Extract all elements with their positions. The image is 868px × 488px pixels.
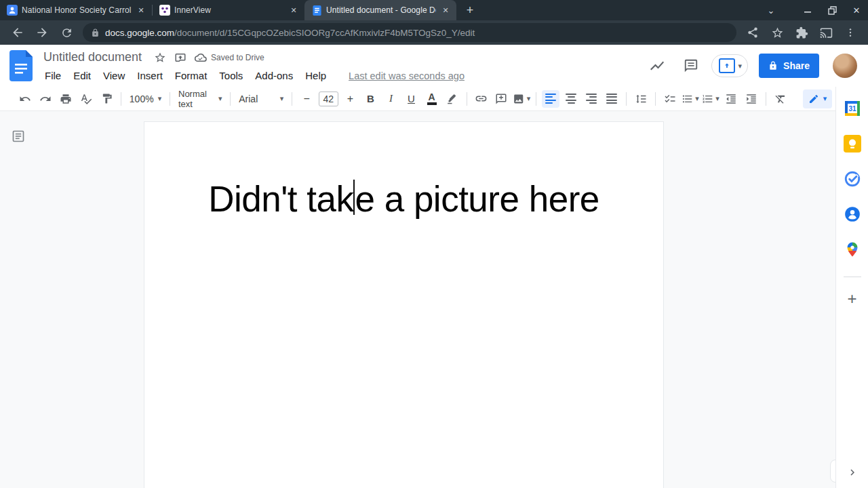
move-to-folder-icon[interactable] <box>174 52 186 64</box>
decrease-font-size-button[interactable]: − <box>298 90 315 108</box>
paragraph-style-select[interactable]: Normal text▾ <box>174 90 226 108</box>
italic-button[interactable]: I <box>382 90 400 108</box>
menu-edit[interactable]: Edit <box>67 68 97 83</box>
google-tasks-icon[interactable] <box>839 165 866 192</box>
cast-icon[interactable] <box>816 23 835 42</box>
present-to-meeting-button[interactable]: ▾ <box>711 54 749 77</box>
google-maps-icon[interactable] <box>839 236 866 263</box>
chevron-down-icon: ▾ <box>823 95 827 102</box>
browser-navbar: docs.google.com/document/d/15CGqpcOZebic… <box>0 20 868 45</box>
google-contacts-icon[interactable] <box>839 201 866 228</box>
close-window-icon[interactable]: ✕ <box>848 1 865 19</box>
tab-close-icon[interactable]: ✕ <box>136 5 146 16</box>
menu-file[interactable]: File <box>43 68 67 83</box>
print-icon[interactable] <box>57 90 75 108</box>
tab-innerview[interactable]: InnerView ✕ <box>153 0 304 20</box>
tab-title: InnerView <box>174 5 284 15</box>
tab-national-honor-society[interactable]: National Honor Society Carroll H ✕ <box>0 0 152 20</box>
back-icon[interactable] <box>8 23 27 42</box>
toolbar-separator <box>655 92 656 106</box>
google-keep-icon[interactable] <box>839 130 866 157</box>
toolbar-separator <box>626 92 627 106</box>
toolbar-separator <box>121 92 121 106</box>
saved-status-label: Saved to Drive <box>211 53 264 62</box>
paint-format-icon[interactable] <box>98 90 115 108</box>
tab-title: Untitled document - Google Docs <box>326 5 436 15</box>
tab-search-chevron-icon[interactable]: ⌄ <box>762 1 780 19</box>
present-caret-icon: ▾ <box>738 62 743 70</box>
increase-font-size-button[interactable]: + <box>342 90 359 108</box>
chevron-down-icon: ▾ <box>158 95 162 102</box>
tab-untitled-document-active[interactable]: Untitled document - Google Docs ✕ <box>304 0 456 20</box>
text-color-swatch <box>427 102 437 105</box>
user-avatar[interactable] <box>833 54 857 78</box>
forward-icon[interactable] <box>33 23 52 42</box>
menu-insert[interactable]: Insert <box>131 68 169 83</box>
clear-formatting-icon[interactable] <box>772 90 789 108</box>
google-docs-logo-icon[interactable] <box>9 50 34 81</box>
numbered-list-button[interactable]: ▾ <box>702 90 719 108</box>
star-document-icon[interactable] <box>154 52 166 64</box>
extensions-puzzle-icon[interactable] <box>792 23 811 42</box>
last-edit-link[interactable]: Last edit was seconds ago <box>349 70 465 81</box>
share-button[interactable]: Share <box>759 54 819 78</box>
align-left-button[interactable] <box>542 90 559 108</box>
highlight-color-icon[interactable] <box>443 90 461 108</box>
browser-menu-kebab-icon[interactable] <box>841 23 860 42</box>
pencil-icon <box>808 94 819 104</box>
bold-button[interactable]: B <box>362 90 380 108</box>
reload-icon[interactable] <box>57 23 76 42</box>
menu-view[interactable]: View <box>97 68 131 83</box>
document-activity-icon[interactable] <box>644 52 671 79</box>
bulleted-list-button[interactable]: ▾ <box>682 90 699 108</box>
redo-icon[interactable] <box>37 90 54 108</box>
font-size-input[interactable]: 42 <box>319 92 338 106</box>
toolbar-separator <box>292 92 292 106</box>
bookmark-star-icon[interactable] <box>768 23 787 42</box>
text-color-button[interactable]: A <box>423 90 441 108</box>
saved-to-drive-status[interactable]: Saved to Drive <box>195 52 264 64</box>
underline-button[interactable]: U <box>403 90 420 108</box>
toolbar-separator <box>170 92 170 106</box>
checklist-icon[interactable] <box>661 90 679 108</box>
menu-format[interactable]: Format <box>169 68 214 83</box>
chevron-down-icon: ▾ <box>715 95 719 102</box>
google-calendar-icon[interactable]: 31 <box>839 95 866 122</box>
zoom-select[interactable]: 100%▾ <box>125 90 165 108</box>
font-family-select[interactable]: Arial▾ <box>235 90 288 108</box>
browser-tab-strip: National Honor Society Carroll H ✕ Inner… <box>0 0 868 20</box>
editing-mode-button[interactable]: ▾ <box>803 89 833 108</box>
insert-image-button[interactable]: ▾ <box>513 90 530 108</box>
tab-close-icon[interactable]: ✕ <box>440 5 451 16</box>
line-spacing-icon[interactable] <box>632 90 650 108</box>
document-page[interactable]: Didn't take a picture here <box>144 121 664 488</box>
doc-text-after-cursor: e a picture here <box>355 179 599 219</box>
spellcheck-icon[interactable] <box>77 90 95 108</box>
align-center-button[interactable] <box>562 90 580 108</box>
menu-help[interactable]: Help <box>299 68 332 83</box>
menu-tools[interactable]: Tools <box>213 68 249 83</box>
url-address-bar[interactable]: docs.google.com/document/d/15CGqpcOZebic… <box>83 23 736 42</box>
restore-window-icon[interactable] <box>823 1 841 19</box>
add-comment-icon[interactable] <box>492 90 510 108</box>
document-title[interactable]: Untitled document <box>43 50 142 64</box>
lock-icon[interactable] <box>91 28 100 37</box>
menu-addons[interactable]: Add-ons <box>249 68 299 83</box>
insert-link-icon[interactable] <box>472 90 490 108</box>
show-document-outline-icon[interactable] <box>11 129 26 144</box>
undo-icon[interactable] <box>16 90 34 108</box>
new-tab-button[interactable]: + <box>460 1 479 20</box>
hide-side-panel-chevron-icon[interactable] <box>836 466 868 479</box>
tab-close-icon[interactable]: ✕ <box>288 5 299 16</box>
get-add-ons-button[interactable]: + <box>847 289 856 308</box>
increase-indent-icon[interactable] <box>743 90 760 108</box>
justify-button[interactable] <box>603 90 620 108</box>
share-page-icon[interactable] <box>743 23 762 42</box>
doc-text-before-cursor: Didn't tak <box>208 179 353 219</box>
align-right-button[interactable] <box>583 90 600 108</box>
menu-bar: File Edit View Insert Format Tools Add-o… <box>43 67 644 85</box>
minimize-window-icon[interactable] <box>799 1 816 19</box>
comment-history-icon[interactable] <box>677 52 705 79</box>
toolbar-separator <box>230 92 231 106</box>
decrease-indent-icon[interactable] <box>722 90 740 108</box>
